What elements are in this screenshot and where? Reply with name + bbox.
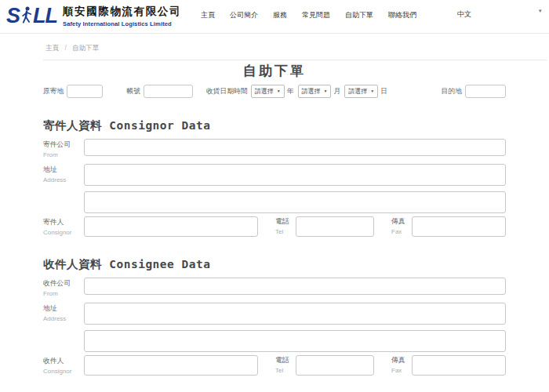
- consignee-address-row: 地址 Address: [43, 303, 506, 325]
- nav-item-faq[interactable]: 常見問題: [302, 10, 330, 20]
- nav-item-services[interactable]: 服務: [273, 10, 287, 20]
- consignor-company-input[interactable]: [84, 139, 506, 156]
- chevron-down-icon: ▼: [324, 89, 328, 93]
- account-input[interactable]: [144, 85, 193, 98]
- company-name-en: Safety International Logistics Limited: [63, 20, 196, 27]
- consignee-fax-input[interactable]: [412, 355, 506, 376]
- site-header: S LL 順安國際物流有限公司 Safety International Log…: [0, 0, 549, 34]
- breadcrumb-divider: [43, 60, 547, 60]
- consignor-address-row: 地址 Address: [43, 164, 506, 186]
- consignee-name-input[interactable]: [84, 355, 258, 376]
- logo[interactable]: S LL: [6, 2, 57, 30]
- nav-item-about[interactable]: 公司簡介: [230, 10, 258, 20]
- account-label: 帳號: [126, 87, 140, 96]
- nav-item-contact[interactable]: 聯絡我們: [388, 10, 416, 20]
- breadcrumb-separator: /: [64, 44, 66, 52]
- breadcrumb-current: 自助下單: [72, 44, 99, 52]
- logo-letter-s: S: [6, 2, 20, 30]
- nav-item-self-order[interactable]: 自助下單: [345, 10, 373, 20]
- day-suffix-label: 日: [380, 87, 387, 96]
- year-suffix-label: 年: [287, 87, 294, 96]
- pickup-day-select[interactable]: 請選擇 ▼: [344, 85, 378, 98]
- chevron-down-icon[interactable]: ▾: [539, 8, 542, 14]
- consignee-tel-label: 電話 Tel: [275, 355, 296, 374]
- main-nav: 主頁 公司簡介 服務 常見問題 自助下單 聯絡我們: [201, 10, 416, 20]
- person-figure-icon: [21, 3, 32, 27]
- chevron-down-icon: ▼: [277, 89, 281, 93]
- chevron-down-icon: ▼: [370, 89, 374, 93]
- consignor-address-label: 地址 Address: [43, 164, 84, 183]
- consignor-tel-input[interactable]: [296, 216, 374, 237]
- consignor-company-label: 寄件公司 From: [43, 139, 84, 158]
- consignor-fax-input[interactable]: [412, 216, 506, 237]
- breadcrumb-home-link[interactable]: 主頁: [45, 44, 59, 52]
- origin-input[interactable]: [67, 85, 103, 98]
- empty-label: [43, 330, 84, 332]
- consignee-company-input[interactable]: [84, 278, 506, 295]
- destination-label: 目的地: [442, 87, 462, 96]
- nav-item-home[interactable]: 主頁: [201, 10, 215, 20]
- origin-label: 原寄地: [43, 87, 64, 96]
- logo-wordmark: S LL: [6, 2, 57, 30]
- consignor-fax-label: 傳真 Fax: [391, 216, 412, 235]
- consignor-tel-label: 電話 Tel: [275, 216, 296, 235]
- company-name-zh: 順安國際物流有限公司: [63, 5, 196, 19]
- consignor-name-label: 寄件人 Consignor: [43, 216, 84, 236]
- pickup-datetime-label: 收貨日期時間: [206, 87, 248, 96]
- consignee-address-input[interactable]: [84, 303, 506, 325]
- order-form: 原寄地 帳號 收貨日期時間 請選擇 ▼ 年 請選擇 ▼ 月 請選擇 ▼ 日 目的…: [43, 85, 506, 392]
- consignor-name-input[interactable]: [84, 216, 258, 237]
- top-form-row: 原寄地 帳號 收貨日期時間 請選擇 ▼ 年 請選擇 ▼ 月 請選擇 ▼ 日 目的…: [43, 85, 506, 98]
- select-placeholder: 請選擇: [255, 87, 274, 96]
- company-name: 順安國際物流有限公司 Safety International Logistic…: [63, 5, 196, 27]
- page-title: 自助下單: [0, 63, 549, 79]
- consignor-section-heading: 寄件人資料 Consignor Data: [43, 118, 506, 133]
- consignee-company-label: 收件公司 From: [43, 278, 84, 297]
- consignee-fax-label: 傳真 Fax: [391, 355, 412, 374]
- consignor-address-input[interactable]: [84, 164, 506, 186]
- consignee-company-row: 收件公司 From: [43, 278, 506, 297]
- consignor-company-row: 寄件公司 From: [43, 139, 506, 158]
- consignee-address2-input[interactable]: [84, 330, 506, 352]
- consignor-address2-row: [43, 191, 506, 213]
- select-placeholder: 請選擇: [302, 87, 321, 96]
- pickup-year-select[interactable]: 請選擇 ▼: [251, 85, 285, 98]
- consignee-address-label: 地址 Address: [43, 303, 84, 322]
- consignor-contact-row: 寄件人 Consignor 電話 Tel 傳真 Fax: [43, 216, 506, 237]
- page: S LL 順安國際物流有限公司 Safety International Log…: [0, 0, 549, 392]
- consignee-address2-row: [43, 330, 506, 352]
- consignee-tel-input[interactable]: [296, 355, 374, 376]
- month-suffix-label: 月: [333, 87, 340, 96]
- destination-input[interactable]: [465, 85, 506, 98]
- consignee-section-heading: 收件人資料 Consignee Data: [43, 257, 506, 272]
- consignor-address2-input[interactable]: [84, 191, 506, 213]
- consignee-name-label: 收件人 Consignor: [43, 355, 84, 375]
- select-placeholder: 請選擇: [348, 87, 367, 96]
- consignee-contact-row: 收件人 Consignor 電話 Tel 傳真 Fax: [43, 355, 506, 376]
- pickup-month-select[interactable]: 請選擇 ▼: [298, 85, 332, 98]
- logo-letters-ll: LL: [33, 2, 57, 30]
- language-selector[interactable]: 中文: [457, 9, 471, 20]
- empty-label: [43, 191, 84, 193]
- breadcrumb: 主頁 / 自助下單: [45, 44, 549, 53]
